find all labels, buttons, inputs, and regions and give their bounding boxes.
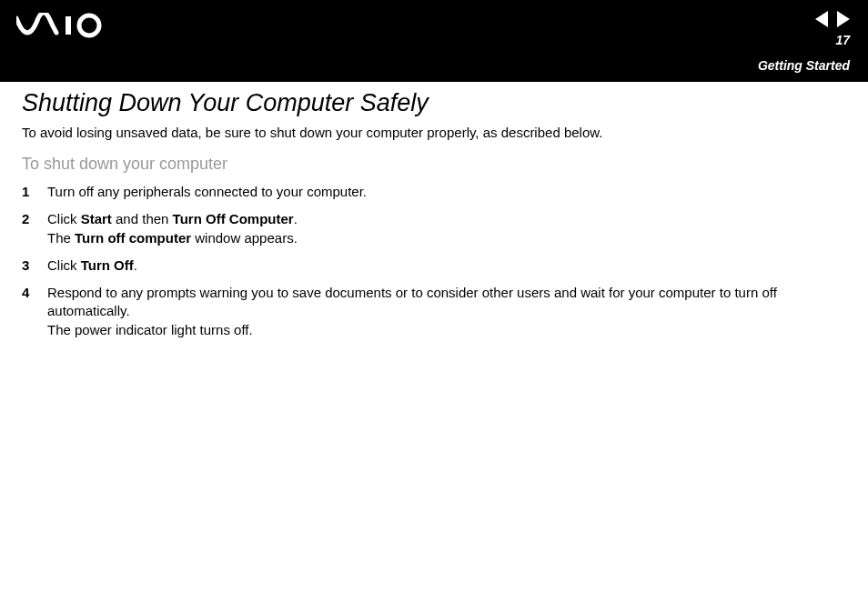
step-item: 2Click Start and then Turn Off Computer.…	[22, 210, 846, 247]
page-number: 17	[835, 33, 850, 47]
step-number: 4	[22, 284, 47, 339]
nav-controls	[815, 11, 850, 27]
next-page-icon[interactable]	[837, 11, 850, 27]
step-list: 1Turn off any peripherals connected to y…	[22, 183, 846, 339]
step-body: Respond to any prompts warning you to sa…	[47, 284, 846, 339]
step-body: Turn off any peripherals connected to yo…	[47, 183, 846, 201]
intro-text: To avoid losing unsaved data, be sure to…	[22, 125, 846, 140]
svg-rect-0	[66, 16, 71, 35]
header-bar: 17 Getting Started	[0, 0, 868, 82]
content-area: Shutting Down Your Computer Safely To av…	[0, 82, 868, 370]
step-number: 2	[22, 210, 47, 247]
prev-page-icon[interactable]	[815, 11, 828, 27]
section-label: Getting Started	[758, 58, 850, 73]
step-body: Click Start and then Turn Off Computer.T…	[47, 210, 846, 247]
step-number: 3	[22, 256, 47, 275]
svg-point-1	[79, 15, 99, 35]
subheading: To shut down your computer	[22, 155, 846, 174]
step-body: Click Turn Off.	[47, 256, 846, 275]
step-item: 1Turn off any peripherals connected to y…	[22, 183, 846, 201]
step-item: 3Click Turn Off.	[22, 256, 846, 275]
vaio-logo	[16, 13, 116, 42]
step-item: 4Respond to any prompts warning you to s…	[22, 284, 846, 339]
page-title: Shutting Down Your Computer Safely	[22, 89, 846, 117]
step-number: 1	[22, 183, 47, 201]
